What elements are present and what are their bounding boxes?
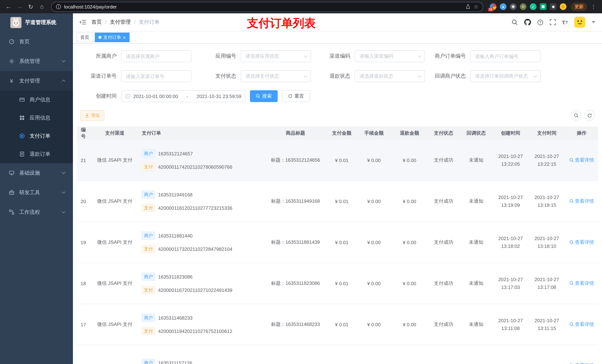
extension-badge: 10 — [488, 8, 494, 11]
search-icon[interactable] — [511, 19, 518, 25]
filter-label: 渠道订单号 — [80, 73, 121, 80]
view-detail-link[interactable]: 查看详情 — [569, 239, 594, 246]
github-icon[interactable] — [524, 19, 531, 26]
sidebar-item-system[interactable]: 系统管理 — [0, 52, 73, 71]
browser-back-button[interactable]: ← — [4, 2, 13, 11]
export-button[interactable]: 导出 — [80, 110, 104, 121]
extension-icon[interactable]: ● — [500, 3, 506, 10]
sidebar-item-pay-order[interactable]: 支付订单 — [0, 127, 73, 145]
merchant-order-no: 1635311881440 — [158, 233, 193, 239]
merchant-input[interactable] — [121, 50, 191, 62]
sidebar-item-merchant-info[interactable]: 商户信息 — [0, 91, 73, 109]
notify-status-select[interactable]: 请选择订单回调商户状态 — [470, 70, 540, 82]
breadcrumb-payment[interactable]: 支付管理 — [110, 19, 131, 26]
site-info-icon[interactable] — [56, 4, 61, 9]
date-end[interactable]: 2021-10-31 23:59:59 — [197, 94, 241, 99]
refund-status-select[interactable]: 请选择退款状态 — [355, 70, 425, 82]
sidebar-collapse-icon[interactable] — [80, 19, 86, 25]
app-id-select[interactable]: 请选择应用信息 — [241, 50, 311, 62]
record-icon — [18, 133, 26, 139]
credit-card-icon — [18, 97, 26, 103]
browser-update-button[interactable]: 更新 — [571, 2, 587, 11]
fullscreen-icon[interactable] — [550, 19, 556, 25]
reset-button[interactable]: 重置 — [282, 90, 310, 102]
search-button[interactable]: 搜索 — [250, 90, 278, 102]
url-text[interactable]: localhost:1024/pay/order — [64, 4, 462, 10]
extension-icon[interactable] — [510, 3, 516, 10]
sidebar-item-infrastructure[interactable]: 基础设施 — [0, 163, 73, 183]
merchant-tag: 商户 — [142, 232, 155, 240]
breadcrumb-home[interactable]: 首页 — [91, 19, 102, 26]
profile-avatar-icon[interactable]: ☺ — [560, 3, 567, 10]
sidebar-item-workflow[interactable]: 工作流程 — [0, 202, 73, 222]
main-area: 首页 / 支付管理 / 支付订单 支付订单列表 ? — [73, 13, 602, 364]
font-size-icon[interactable]: TT — [562, 19, 568, 25]
cell-title: 标题：1635311468233 — [264, 321, 327, 328]
merchant-order-no: 1635311468233 — [158, 315, 193, 321]
view-detail-link[interactable]: 查看详情 — [569, 362, 594, 364]
tab-pay-order[interactable]: 支付订单 × — [95, 32, 129, 42]
cell-channel: 微信 JSAPI 支付 — [90, 239, 140, 246]
pay-order-table: 编号 支付渠道 支付订单 商品标题 支付金额 手续金额 退款金额 支付状态 回调… — [77, 126, 598, 364]
cell-action: 查看详情 — [565, 280, 598, 287]
address-bar[interactable]: localhost:1024/pay/order ☆ — [51, 2, 483, 12]
browser-home-button[interactable]: ⌂ — [37, 2, 47, 11]
cell-amount: ¥ 0.01 — [327, 281, 356, 286]
avatar-caret-icon[interactable] — [592, 21, 595, 23]
merchant-order-no-input[interactable] — [470, 50, 540, 62]
cell-pay-order: 商户 1635311949168 支付 42000011812021102777… — [140, 190, 264, 212]
sidebar-item-home[interactable]: 首页 — [0, 32, 73, 52]
sidebar-item-dev-tools[interactable]: 研发工具 — [0, 183, 73, 202]
cell-fee: ¥ 0.00 — [356, 239, 392, 245]
browser-menu-icon[interactable]: ⋮ — [589, 4, 598, 10]
sidebar-item-refund-order[interactable]: 退款订单 — [0, 145, 73, 163]
breadcrumb-separator: / — [105, 19, 107, 25]
channel-order-no-input[interactable] — [121, 70, 191, 82]
share-icon[interactable] — [466, 4, 471, 9]
chevron-down-icon — [304, 54, 308, 58]
cell-pay-time: 2021-10-2713:18:10 — [529, 235, 565, 250]
cell-notify-status: 未通知 — [460, 198, 492, 205]
cell-id: 21 — [77, 157, 90, 163]
extension-icon[interactable]: 10 — [490, 3, 496, 10]
tab-home[interactable]: 首页 — [77, 32, 93, 42]
toggle-search-button[interactable] — [571, 110, 581, 121]
extension-icon[interactable] — [520, 3, 527, 10]
view-detail-link[interactable]: 查看详情 — [569, 157, 594, 164]
table-header: 编号 支付渠道 支付订单 商品标题 支付金额 手续金额 退款金额 支付状态 回调… — [77, 126, 598, 140]
bookmark-star-icon[interactable]: ☆ — [474, 4, 478, 10]
column-header: 创建时间 — [492, 130, 529, 136]
cell-notify-status: 未通知 — [460, 280, 492, 287]
cell-id: 18 — [77, 281, 90, 286]
create-time-range-picker[interactable]: 2021-10-01 00:00:00 - 2021-10-31 23:59:5… — [121, 90, 246, 102]
help-icon[interactable]: ? — [537, 19, 543, 25]
extension-icon[interactable]: ✓ — [530, 3, 537, 10]
pay-status-select[interactable]: 请选择支付状态 — [241, 70, 311, 82]
browser-toolbar: ← → ↻ ⌂ localhost:1024/pay/order ☆ 10 ● … — [0, 0, 602, 13]
sidebar-item-app-info[interactable]: 应用信息 — [0, 109, 73, 127]
cell-create-time: 2021-10-2713:22:05 — [492, 152, 529, 168]
view-detail-link[interactable]: 查看详情 — [569, 321, 594, 328]
user-avatar[interactable] — [574, 17, 585, 28]
app-logo[interactable]: 芋道管理系统 — [0, 13, 73, 32]
chevron-down-icon — [62, 209, 65, 213]
close-icon[interactable]: × — [123, 35, 126, 40]
table-row: 21 微信 JSAPI 支付 商户 1635312124657 — [77, 140, 598, 181]
chevron-down-icon — [62, 190, 65, 194]
view-detail-link[interactable]: 查看详情 — [569, 198, 594, 205]
filter-label: 创建时间 — [80, 93, 121, 100]
refresh-table-button[interactable] — [584, 110, 595, 121]
browser-forward-button[interactable]: → — [15, 2, 24, 11]
extension-icon[interactable] — [540, 3, 547, 10]
browser-refresh-button[interactable]: ↻ — [26, 2, 35, 11]
view-detail-link[interactable]: 查看详情 — [569, 280, 594, 287]
date-start[interactable]: 2021-10-01 00:00:00 — [133, 94, 178, 99]
channel-code-select[interactable]: 请输入渠道编码 — [355, 50, 425, 62]
cell-id: 20 — [77, 198, 90, 204]
table-row: 19 微信 JSAPI 支付 商户 1635311881440 — [77, 222, 598, 263]
extensions-pin-icon[interactable] — [550, 3, 557, 10]
cell-pay-status: 支付成功 — [427, 239, 460, 246]
sidebar-item-payment[interactable]: ¥ 支付管理 — [0, 71, 73, 91]
extensions-cluster: 10 ● ✓ ☺ — [490, 3, 567, 10]
cell-pay-status: 支付成功 — [427, 321, 460, 328]
